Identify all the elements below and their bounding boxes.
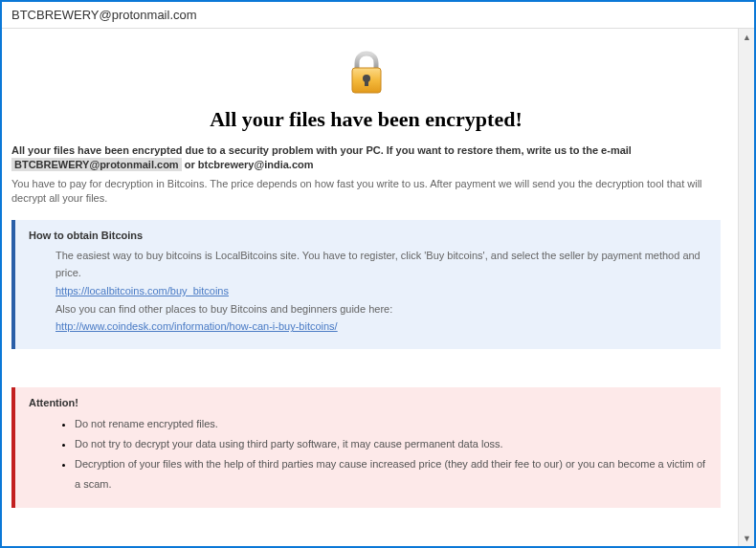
attention-item: Do not rename encrypted files. — [75, 414, 707, 434]
intro-prefix: All your files have been encrypted due t… — [11, 144, 632, 156]
window-frame: BTCBREWERY@protonmail.com — [0, 0, 756, 548]
bitcoins-link2[interactable]: http://www.coindesk.com/information/how-… — [56, 320, 338, 332]
attention-item: Decryption of your files with the help o… — [75, 454, 707, 494]
content-wrapper: All your files have been encrypted! All … — [2, 29, 754, 546]
attention-section: Attention! Do not rename encrypted files… — [11, 387, 721, 508]
lock-icon-container — [11, 38, 721, 107]
main-heading: All your files have been encrypted! — [11, 107, 721, 132]
lock-icon — [344, 82, 389, 99]
scroll-up-arrow-icon[interactable]: ▲ — [739, 29, 754, 45]
window-title: BTCBREWERY@protonmail.com — [2, 2, 754, 29]
bitcoins-title: How to obtain Bitcoins — [29, 230, 707, 241]
intro-bold-line: All your files have been encrypted due t… — [11, 143, 721, 173]
attention-list: Do not rename encrypted files. Do not tr… — [29, 414, 707, 494]
intro-sep: or — [182, 159, 198, 170]
intro-payment-text: You have to pay for decryption in Bitcoi… — [11, 177, 721, 207]
bitcoins-line2: Also you can find other places to buy Bi… — [56, 300, 707, 318]
bitcoins-section: How to obtain Bitcoins The easiest way t… — [11, 220, 721, 349]
attention-title: Attention! — [29, 397, 707, 408]
bitcoins-content: The easiest way to buy bitcoins is Local… — [29, 247, 707, 336]
attention-item: Do not try to decrypt your data using th… — [75, 434, 707, 454]
content-area: All your files have been encrypted! All … — [2, 29, 738, 546]
email-secondary: btcbrewery@india.com — [198, 159, 314, 170]
svg-rect-2 — [365, 78, 368, 86]
scroll-down-arrow-icon[interactable]: ▼ — [739, 530, 754, 546]
bitcoins-line1: The easiest way to buy bitcoins is Local… — [56, 247, 707, 282]
email-primary: BTCBREWERY@protonmail.com — [11, 158, 182, 171]
bitcoins-link1[interactable]: https://localbitcoins.com/buy_bitcoins — [56, 285, 229, 296]
vertical-scrollbar[interactable]: ▲ ▼ — [738, 29, 754, 546]
